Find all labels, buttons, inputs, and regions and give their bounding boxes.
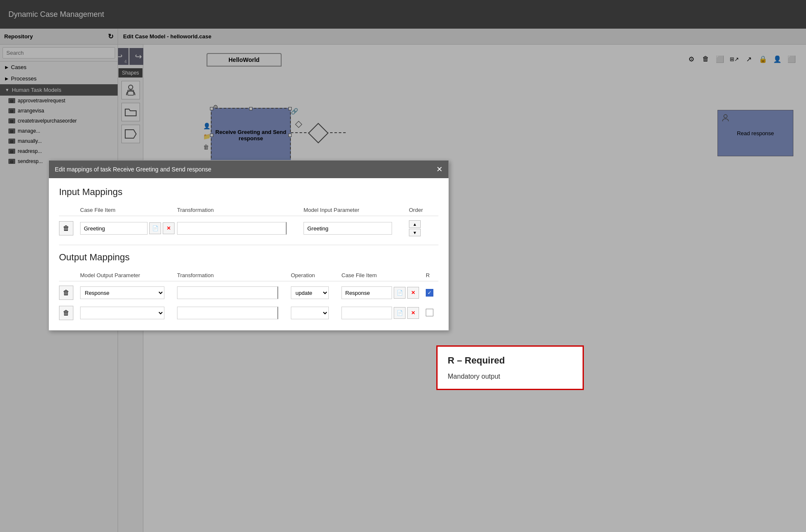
- col-transformation: Transformation: [177, 207, 304, 213]
- out-col-model-output: Model Output Parameter: [80, 272, 177, 278]
- input-case-file-item-cell: 📄 ✕: [80, 222, 177, 235]
- input-mappings-header: Case File Item Transformation Model Inpu…: [59, 204, 438, 216]
- input-model-param-field[interactable]: [304, 222, 392, 235]
- out-row2-delete-button[interactable]: 🗑: [59, 306, 73, 320]
- input-model-param-cell: [304, 222, 409, 235]
- out-row2-case-file-item-field[interactable]: [341, 307, 392, 319]
- out-row1-required-cell: ✓: [426, 289, 447, 297]
- out-row1-transformation-cell: [177, 286, 291, 299]
- out-row1-operation-cell: update create delete: [291, 286, 341, 299]
- out-row2-delete-cell: 🗑: [59, 306, 80, 320]
- out-row2-case-file-clear-btn[interactable]: ✕: [407, 307, 419, 319]
- out-col-transformation: Transformation: [177, 272, 291, 278]
- out-row2-case-file-browse-btn[interactable]: 📄: [394, 307, 406, 319]
- modal-body: Input Mappings Case File Item Transforma…: [49, 178, 449, 330]
- tooltip-title: R – Required: [448, 355, 572, 366]
- output-mappings-section: Output Mappings Model Output Parameter T…: [59, 252, 438, 322]
- out-row2-case-file-item-cell: 📄 ✕: [341, 307, 426, 319]
- input-mapping-row: 🗑 📄 ✕ ▲ ▼: [59, 219, 438, 238]
- out-row2-model-output-select[interactable]: [80, 307, 164, 319]
- input-case-file-item-clear-btn[interactable]: ✕: [163, 222, 175, 234]
- out-row2-operation-select[interactable]: [291, 307, 329, 319]
- output-mapping-row-1: 🗑 Response update create delete: [59, 284, 438, 302]
- output-mappings-header: Model Output Parameter Transformation Op…: [59, 270, 438, 281]
- out-row2-operation-cell: [291, 307, 341, 319]
- section-divider: [59, 245, 438, 245]
- out-row1-transformation-field[interactable]: [177, 286, 278, 299]
- input-mappings-title: Input Mappings: [59, 187, 438, 198]
- order-down-button[interactable]: ▼: [409, 229, 421, 236]
- out-col-delete: [59, 272, 80, 278]
- input-transformation-field[interactable]: [177, 222, 287, 235]
- out-row2-transformation-field[interactable]: [177, 307, 278, 319]
- input-row-delete-button[interactable]: 🗑: [59, 221, 73, 235]
- col-delete: [59, 207, 80, 213]
- tooltip-text: Mandatory output: [448, 373, 572, 380]
- input-transformation-cell: [177, 222, 304, 235]
- out-row1-model-output-select[interactable]: Response: [80, 286, 164, 299]
- out-row1-delete-cell: 🗑: [59, 286, 80, 300]
- output-mapping-row-2: 🗑 📄 ✕: [59, 304, 438, 322]
- out-col-r: R: [426, 272, 447, 278]
- modal-header: Edit mappings of task Receive Greeting a…: [49, 160, 449, 178]
- out-row1-case-file-item-cell: 📄 ✕: [341, 286, 426, 299]
- modal-close-button[interactable]: ✕: [436, 165, 443, 174]
- out-row1-case-file-item-field[interactable]: [341, 286, 392, 299]
- out-row2-required-cell: [426, 309, 447, 318]
- edit-mappings-dialog: Edit mappings of task Receive Greeting a…: [48, 160, 449, 331]
- input-case-file-item-browse-btn[interactable]: 📄: [149, 222, 161, 234]
- out-row2-required-checkbox[interactable]: [426, 309, 433, 316]
- order-buttons: ▲ ▼: [409, 220, 443, 236]
- col-model-input-param: Model Input Parameter: [304, 207, 409, 213]
- col-case-file-item: Case File Item: [80, 207, 177, 213]
- out-row1-operation-select[interactable]: update create delete: [291, 286, 329, 299]
- order-up-button[interactable]: ▲: [409, 220, 421, 228]
- out-row2-transformation-cell: [177, 307, 291, 319]
- tooltip-box: R – Required Mandatory output: [436, 345, 584, 390]
- out-row1-case-file-clear-btn[interactable]: ✕: [407, 287, 419, 299]
- out-col-case-file-item: Case File Item: [341, 272, 426, 278]
- out-row1-delete-button[interactable]: 🗑: [59, 286, 73, 300]
- input-mappings-section: Input Mappings Case File Item Transforma…: [59, 187, 438, 238]
- out-row2-model-output-cell: [80, 307, 177, 319]
- input-row-delete-cell: 🗑: [59, 221, 80, 235]
- col-order: Order: [409, 207, 443, 213]
- modal-title: Edit mappings of task Receive Greeting a…: [55, 166, 211, 173]
- output-mappings-title: Output Mappings: [59, 252, 438, 263]
- input-case-file-item-field[interactable]: [80, 222, 148, 235]
- out-col-operation: Operation: [291, 272, 341, 278]
- out-row1-required-checkbox[interactable]: ✓: [426, 289, 433, 297]
- out-row1-case-file-browse-btn[interactable]: 📄: [394, 287, 406, 299]
- out-row1-model-output-cell: Response: [80, 286, 177, 299]
- input-order-cell: ▲ ▼: [409, 220, 443, 236]
